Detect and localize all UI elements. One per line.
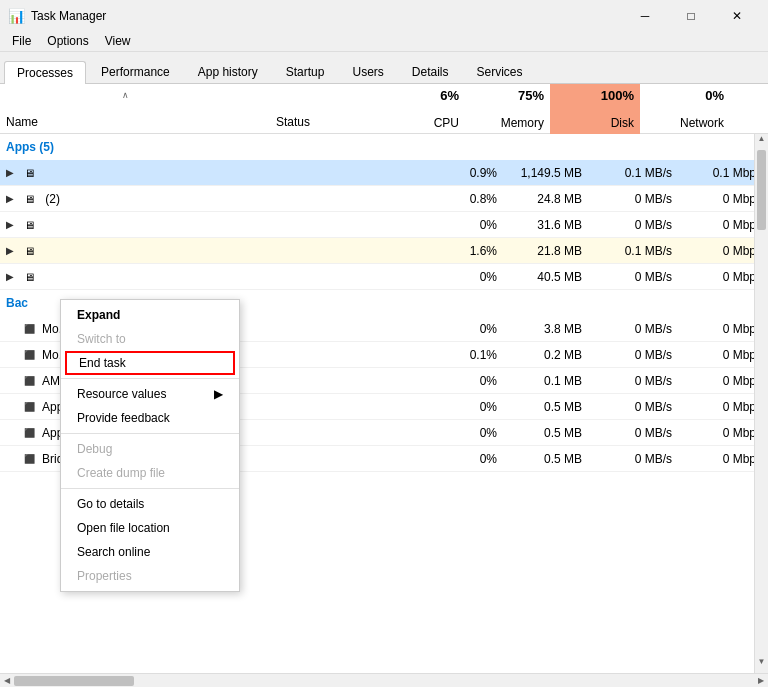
apps-section-header: Apps (5) xyxy=(0,134,768,160)
tab-services[interactable]: Services xyxy=(464,60,536,83)
row-disk: 0 MB/s xyxy=(588,218,678,232)
row-memory: 0.5 MB xyxy=(503,452,588,466)
row-app-icon: 🖥 xyxy=(20,245,38,257)
menu-view[interactable]: View xyxy=(97,32,139,50)
scrollbar-track[interactable] xyxy=(755,150,768,657)
scrollbar-h-track[interactable] xyxy=(14,674,754,688)
row-cpu: 0% xyxy=(428,218,503,232)
row-cpu: 0% xyxy=(428,270,503,284)
cpu-label: CPU xyxy=(434,116,459,130)
row-app-icon: 🖥 xyxy=(20,193,38,205)
app-title: Task Manager xyxy=(31,9,106,23)
row-app-icon: 🖥 xyxy=(20,167,38,179)
tab-startup[interactable]: Startup xyxy=(273,60,338,83)
col-header-cpu[interactable]: 6% CPU xyxy=(390,84,465,134)
apps-section-label: Apps (5) xyxy=(6,140,54,154)
cpu-pct: 6% xyxy=(440,88,459,103)
table-row[interactable]: ▶ 🖥 0.9% 1,149.5 MB 0.1 MB/s 0.1 Mbps xyxy=(0,160,768,186)
row-cpu: 0.9% xyxy=(428,166,503,180)
row-memory: 24.8 MB xyxy=(503,192,588,206)
sort-arrow-icon: ∧ xyxy=(122,90,129,100)
ctx-search-online[interactable]: Search online xyxy=(61,540,239,564)
scrollbar-thumb[interactable] xyxy=(757,150,766,230)
row-memory: 21.8 MB xyxy=(503,244,588,258)
scroll-down-button[interactable]: ▼ xyxy=(755,657,768,673)
ctx-separator-2 xyxy=(61,433,239,434)
row-app-icon: ⬛ xyxy=(20,324,38,334)
row-cpu: 1.6% xyxy=(428,244,503,258)
menu-options[interactable]: Options xyxy=(39,32,96,50)
ctx-submenu-arrow: ▶ xyxy=(214,387,223,401)
ctx-separator-1 xyxy=(61,378,239,379)
row-memory: 1,149.5 MB xyxy=(503,166,588,180)
col-header-network[interactable]: 0% Network xyxy=(640,84,730,134)
ctx-resource-values[interactable]: Resource values ▶ xyxy=(61,382,239,406)
row-disk: 0 MB/s xyxy=(588,400,678,414)
row-memory: 0.2 MB xyxy=(503,348,588,362)
row-memory: 0.5 MB xyxy=(503,426,588,440)
ctx-end-task[interactable]: End task xyxy=(65,351,235,375)
col-header-status[interactable]: Status xyxy=(270,111,390,133)
scroll-right-button[interactable]: ▶ xyxy=(754,674,768,688)
expand-icon[interactable]: ▶ xyxy=(0,193,20,204)
col-header-name[interactable]: Name xyxy=(0,111,270,133)
table-row[interactable]: ▶ 🖥 0% 40.5 MB 0 MB/s 0 Mbps xyxy=(0,264,768,290)
table-body: Apps (5) ▶ 🖥 0.9% 1,149.5 MB 0.1 MB/s 0.… xyxy=(0,134,768,673)
ctx-provide-feedback[interactable]: Provide feedback xyxy=(61,406,239,430)
disk-label: Disk xyxy=(611,116,634,130)
expand-icon[interactable]: ▶ xyxy=(0,219,20,230)
row-cpu: 0.1% xyxy=(428,348,503,362)
col-header-memory[interactable]: 75% Memory xyxy=(465,84,550,134)
row-disk: 0 MB/s xyxy=(588,322,678,336)
network-label: Network xyxy=(680,116,724,130)
minimize-button[interactable]: ─ xyxy=(622,1,668,31)
row-app-icon: ⬛ xyxy=(20,350,38,360)
row-app-icon: ⬛ xyxy=(20,428,38,438)
row-disk: 0 MB/s xyxy=(588,270,678,284)
row-cpu: 0% xyxy=(428,400,503,414)
scroll-up-button[interactable]: ▲ xyxy=(755,134,768,150)
close-button[interactable]: ✕ xyxy=(714,1,760,31)
scroll-left-button[interactable]: ◀ xyxy=(0,674,14,688)
background-section-label: Bac xyxy=(6,296,28,310)
col-header-disk[interactable]: 100% Disk xyxy=(550,84,640,134)
tab-performance[interactable]: Performance xyxy=(88,60,183,83)
expand-icon[interactable]: ▶ xyxy=(0,167,20,178)
ctx-expand[interactable]: Expand xyxy=(61,303,239,327)
ctx-go-to-details[interactable]: Go to details xyxy=(61,492,239,516)
ctx-open-file-location[interactable]: Open file location xyxy=(61,516,239,540)
row-name: (2) xyxy=(38,192,308,206)
maximize-button[interactable]: □ xyxy=(668,1,714,31)
tab-details[interactable]: Details xyxy=(399,60,462,83)
expand-icon[interactable]: ▶ xyxy=(0,271,20,282)
row-disk: 0 MB/s xyxy=(588,192,678,206)
expand-icon[interactable]: ▶ xyxy=(0,245,20,256)
row-app-icon: ⬛ xyxy=(20,402,38,412)
scrollbar-h-thumb[interactable] xyxy=(14,676,134,686)
tab-bar: Processes Performance App history Startu… xyxy=(0,52,768,84)
row-cpu: 0% xyxy=(428,374,503,388)
memory-label: Memory xyxy=(501,116,544,130)
menu-file[interactable]: File xyxy=(4,32,39,50)
row-app-icon: ⬛ xyxy=(20,454,38,464)
table-row[interactable]: ▶ 🖥 (2) 0.8% 24.8 MB 0 MB/s 0 Mbps xyxy=(0,186,768,212)
row-memory: 3.8 MB xyxy=(503,322,588,336)
column-headers: ∧ Name Status 6% CPU 75% Memory 100% Dis… xyxy=(0,84,768,134)
row-app-icon: 🖥 xyxy=(20,219,38,231)
horizontal-scrollbar[interactable]: ◀ ▶ xyxy=(0,673,768,687)
tab-users[interactable]: Users xyxy=(339,60,396,83)
tab-app-history[interactable]: App history xyxy=(185,60,271,83)
tab-processes[interactable]: Processes xyxy=(4,61,86,84)
title-bar-controls: ─ □ ✕ xyxy=(622,1,760,31)
row-cpu: 0% xyxy=(428,322,503,336)
row-disk: 0 MB/s xyxy=(588,348,678,362)
ctx-resource-values-label: Resource values xyxy=(77,387,166,401)
row-disk: 0 MB/s xyxy=(588,374,678,388)
table-row[interactable]: ▶ 🖥 0% 31.6 MB 0 MB/s 0 Mbps xyxy=(0,212,768,238)
table-row[interactable]: ▶ 🖥 1.6% 21.8 MB 0.1 MB/s 0 Mbps xyxy=(0,238,768,264)
vertical-scrollbar[interactable]: ▲ ▼ xyxy=(754,134,768,673)
row-disk: 0.1 MB/s xyxy=(588,166,678,180)
disk-pct: 100% xyxy=(601,88,634,103)
title-bar: 📊 Task Manager ─ □ ✕ xyxy=(0,0,768,30)
row-disk: 0 MB/s xyxy=(588,426,678,440)
